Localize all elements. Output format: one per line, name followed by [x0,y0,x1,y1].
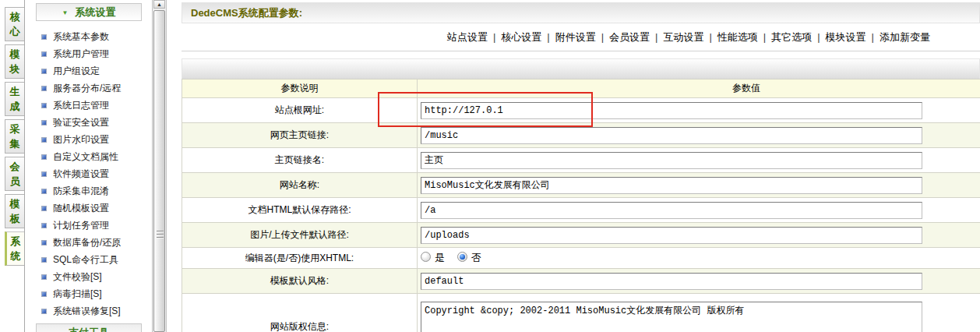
param-value-cell [418,148,980,173]
sidebar-item-label: 文件校验[S] [53,270,102,284]
sidebar-menu: 系统基本参数系统用户管理用户组设定服务器分布/远程系统日志管理验证安全设置图片水… [25,28,152,320]
sidebar-item[interactable]: 文件校验[S] [25,268,152,285]
config-tab-2[interactable]: 核心设置 [501,31,541,43]
sidebar-item-label: 计划任务管理 [53,219,109,232]
config-tab-9[interactable]: 添加新变量 [880,31,930,43]
module-tab-2[interactable]: 模块 [5,44,24,79]
param-row: 网站版权信息:Copyright &copy; 2002-2011 MisoMu… [182,294,980,332]
module-tab-7-active[interactable]: 系统 [5,231,24,266]
bullet-square-icon [41,86,47,91]
param-value-input[interactable] [421,202,922,219]
param-value-input[interactable] [421,227,922,244]
tab-separator: | [758,31,771,43]
page-title: DedeCMS系统配置参数: [182,2,980,23]
module-tab-5[interactable]: 会员 [5,157,24,191]
sidebar-item-label: 系统日志管理 [53,99,109,112]
main-content: DedeCMS系统配置参数: 站点设置|核心设置|附件设置|会员设置|互动设置|… [182,0,980,332]
sidebar-item-label: 病毒扫描[S] [53,288,102,301]
param-row: 站点根网址: [182,98,980,123]
sidebar-item[interactable]: 随机模板设置 [25,200,152,217]
sidebar-item[interactable]: 系统基本参数 [25,28,152,45]
sidebar-item[interactable]: 防采集串混淆 [25,182,152,200]
sidebar-bottom-section-title: 支付工具 [69,326,109,332]
config-tab-1[interactable]: 站点设置 [447,31,488,43]
param-value-input[interactable] [421,152,922,169]
sidebar-item[interactable]: 系统日志管理 [25,97,152,114]
bullet-square-icon [41,171,47,177]
sidebar-item[interactable]: 软件频道设置 [25,165,152,182]
param-label: 编辑器(是/否)使用XHTML: [182,248,418,269]
module-tab-char: 模 [5,47,24,62]
module-tab-strip: 核心模块生成采集会员模板系统 [0,0,24,332]
module-tab-char: 板 [5,211,24,226]
param-label: 主页链接名: [182,148,418,173]
param-label: 模板默认风格: [182,269,418,294]
sidebar-item[interactable]: 系统用户管理 [25,45,152,62]
toolbar-gradient-bar [182,58,980,79]
param-value-input[interactable] [421,273,922,290]
sidebar-item[interactable]: 服务器分布/远程 [25,79,152,97]
config-tab-5[interactable]: 互动设置 [663,31,703,43]
sidebar-scrollbar[interactable]: ▲ [152,0,167,332]
bullet-square-icon [41,120,47,125]
config-tab-3[interactable]: 附件设置 [555,31,596,43]
sidebar-item[interactable]: 数据库备份/还原 [25,234,152,251]
param-label: 站点根网址: [182,98,418,123]
radio-option-1[interactable] [421,252,431,262]
sidebar-item[interactable]: 验证安全设置 [25,114,152,131]
bullet-square-icon [41,274,47,280]
config-table-body: 站点根网址:网页主页链接:主页链接名:网站名称:文档HTML默认保存路径:图片/… [182,98,980,332]
scroll-up-icon[interactable]: ▲ [153,0,165,9]
module-tab-char: 核 [5,9,24,24]
module-tab-4[interactable]: 采集 [5,119,24,154]
radio-option-label[interactable]: 否 [471,252,481,263]
param-value-cell: Copyright &copy; 2002-2011 MisoMusic文化发展… [418,294,980,332]
radio-option-2-checked[interactable] [457,252,467,262]
scrollbar-thumb[interactable] [153,10,165,332]
sidebar-item[interactable]: 病毒扫描[S] [25,285,152,302]
sidebar-item[interactable]: 自定义文档属性 [25,148,152,165]
module-tab-3[interactable]: 生成 [5,82,24,116]
sidebar-item[interactable]: 系统错误修复[S] [25,302,152,320]
sidebar-item[interactable]: SQL命令行工具 [25,251,152,268]
scrollbar-grip [157,231,164,239]
config-tab-links: 站点设置|核心设置|附件设置|会员设置|互动设置|性能选项|其它选项|模块设置|… [182,23,980,51]
config-tab-4[interactable]: 会员设置 [609,31,650,43]
param-row: 文档HTML默认保存路径: [182,198,980,223]
module-tab-6[interactable]: 模板 [5,194,24,228]
module-tab-char: 会 [5,159,24,174]
sidebar-section-system-settings[interactable]: ▼ 系统设置 [36,3,142,21]
bullet-square-icon [41,291,47,297]
sidebar-item-label: 用户组设定 [53,65,100,78]
sidebar-item-label: 自定义文档属性 [53,150,118,164]
param-value-input[interactable] [421,127,922,144]
config-tab-6[interactable]: 性能选项 [717,31,758,43]
sidebar-item-label: 系统基本参数 [53,30,109,44]
column-header-param-value: 参数值 [418,79,980,98]
bullet-square-icon [41,223,47,228]
bullet-square-icon [41,51,47,57]
bullet-square-icon [41,103,47,108]
config-tab-8[interactable]: 模块设置 [826,31,866,43]
param-row: 网页主页链接: [182,123,980,148]
param-value-input[interactable] [421,102,922,119]
config-tab-7[interactable]: 其它选项 [771,31,812,43]
param-value-cell [418,123,980,148]
column-header-param-name: 参数说明 [182,79,418,98]
module-tab-char: 心 [5,24,24,39]
bullet-square-icon [41,257,47,263]
sidebar-item[interactable]: 计划任务管理 [25,217,152,234]
sidebar-section-payment-tools[interactable]: 支付工具 [36,323,142,332]
tab-separator: | [650,31,663,43]
radio-option-label[interactable]: 是 [435,252,445,263]
param-value-input[interactable] [421,177,922,194]
tab-separator: | [541,31,555,43]
sidebar-item[interactable]: 图片水印设置 [25,131,152,148]
param-value-textarea[interactable]: Copyright &copy; 2002-2011 MisoMusic文化发展… [421,302,922,332]
bullet-square-icon [41,206,47,211]
module-tab-1[interactable]: 核心 [5,7,24,41]
sidebar-section-title: 系统设置 [75,5,115,19]
sidebar: ▼ 系统设置 系统基本参数系统用户管理用户组设定服务器分布/远程系统日志管理验证… [25,0,152,332]
bullet-square-icon [41,189,47,194]
sidebar-item[interactable]: 用户组设定 [25,62,152,79]
